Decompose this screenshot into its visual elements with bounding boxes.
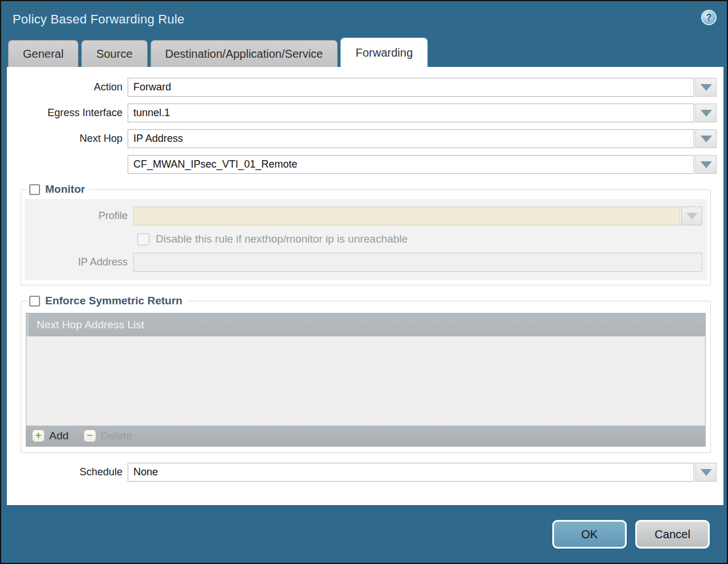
disable-rule-row: Disable this rule if nexthop/monitor ip … [25, 233, 707, 245]
schedule-label: Schedule [7, 466, 128, 478]
pbf-rule-dialog: Policy Based Forwarding Rule ? General S… [0, 0, 728, 564]
next-hop-address-list-header: Next Hop Address List [26, 313, 705, 336]
monitor-checkbox[interactable] [29, 184, 40, 195]
action-row: Action [7, 78, 723, 97]
chevron-down-icon [701, 110, 712, 117]
next-hop-address-row [7, 155, 723, 174]
profile-label: Profile [25, 210, 133, 222]
delete-button-label: Delete [101, 430, 132, 442]
chevron-down-icon [701, 84, 712, 91]
dialog-titlebar: Policy Based Forwarding Rule ? [1, 1, 727, 38]
action-input[interactable] [128, 78, 694, 97]
next-hop-address-list-body [26, 336, 705, 426]
action-dropdown-button[interactable] [695, 78, 717, 97]
delete-minus-icon: − [84, 430, 96, 442]
next-hop-address-list-footer: + Add − Delete [26, 426, 705, 446]
monitor-ip-row: IP Address [25, 253, 707, 272]
disable-rule-checkbox [137, 233, 149, 245]
egress-interface-dropdown-button[interactable] [695, 104, 717, 122]
next-hop-label: Next Hop [7, 133, 128, 145]
next-hop-address-dropdown-button[interactable] [695, 155, 717, 174]
enforce-legend: Enforce Symmetric Return [27, 295, 187, 307]
enforce-title: Enforce Symmetric Return [45, 295, 183, 307]
profile-input [133, 206, 680, 225]
dialog-title: Policy Based Forwarding Rule [13, 12, 184, 27]
add-button-label: Add [49, 430, 69, 442]
tab-bar: General Source Destination/Application/S… [1, 38, 727, 67]
monitor-legend: Monitor [27, 183, 89, 196]
schedule-row: Schedule [7, 463, 723, 482]
profile-row: Profile [25, 206, 707, 225]
tab-general[interactable]: General [8, 40, 78, 67]
chevron-down-icon [701, 469, 712, 476]
schedule-input[interactable] [128, 463, 694, 482]
chevron-down-icon [701, 161, 712, 168]
dialog-button-bar: OK Cancel [552, 520, 710, 549]
add-button[interactable]: + Add [32, 430, 69, 442]
help-icon[interactable]: ? [701, 10, 717, 25]
tab-destination-application-service[interactable]: Destination/Application/Service [151, 40, 338, 67]
egress-interface-input[interactable] [128, 104, 694, 122]
schedule-dropdown-button[interactable] [695, 463, 717, 482]
enforce-symmetric-return-section: Enforce Symmetric Return Next Hop Addres… [21, 295, 711, 453]
tab-source[interactable]: Source [81, 40, 147, 67]
monitor-ip-label: IP Address [25, 256, 133, 268]
next-hop-type-dropdown-button[interactable] [695, 129, 717, 148]
monitor-body: Profile Disable this rule if nexthop/mon… [25, 199, 707, 280]
next-hop-row: Next Hop [7, 129, 723, 148]
chevron-down-icon [686, 213, 698, 220]
profile-dropdown-button [681, 206, 702, 225]
egress-interface-label: Egress Interface [7, 107, 128, 119]
chevron-down-icon [701, 136, 712, 142]
monitor-title: Monitor [45, 183, 85, 196]
monitor-ip-input [133, 253, 702, 272]
delete-button: − Delete [84, 430, 132, 442]
action-label: Action [7, 81, 128, 93]
next-hop-address-table: Next Hop Address List + Add − Delete [26, 313, 706, 447]
enforce-symmetric-return-checkbox[interactable] [29, 296, 40, 307]
next-hop-address-input[interactable] [128, 155, 694, 174]
add-plus-icon: + [32, 430, 45, 442]
ok-button[interactable]: OK [552, 520, 627, 549]
disable-rule-label: Disable this rule if nexthop/monitor ip … [156, 233, 407, 245]
cancel-button[interactable]: Cancel [635, 520, 710, 549]
next-hop-type-input[interactable] [128, 129, 694, 148]
forwarding-tab-panel: Action Egress Interface Next Hop [7, 67, 723, 505]
monitor-section: Monitor Profile Disable this rule if nex… [21, 183, 711, 285]
tab-forwarding[interactable]: Forwarding [341, 38, 428, 67]
egress-interface-row: Egress Interface [7, 104, 723, 122]
